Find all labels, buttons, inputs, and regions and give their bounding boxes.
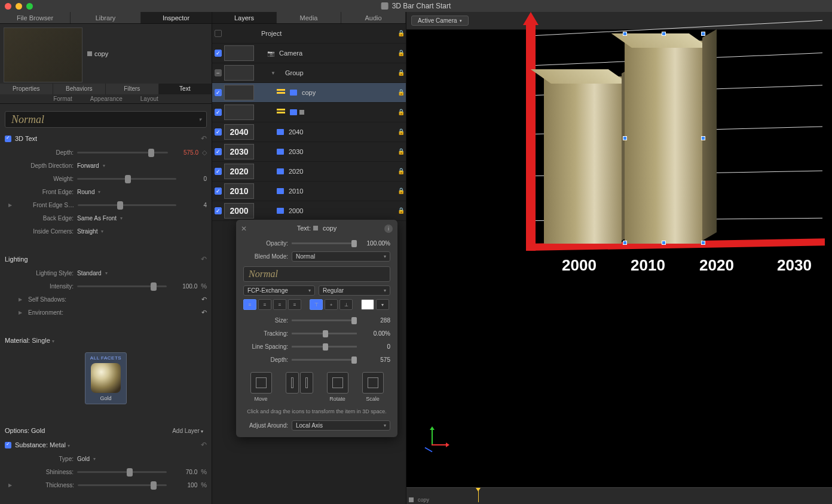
weight-value[interactable]: 0 (180, 176, 207, 182)
opacity-value[interactable]: 100.00% (360, 240, 390, 247)
axes-gizmo-icon[interactable] (418, 426, 448, 456)
reset-icon[interactable]: ↶ (201, 309, 207, 316)
3d-text-enable-checkbox[interactable] (5, 136, 11, 142)
chart-bar-2010[interactable] (625, 41, 702, 244)
reset-icon[interactable]: ↶ (201, 134, 207, 143)
layer-visibility-checkbox[interactable] (215, 50, 222, 57)
subtab-appearance[interactable]: Appearance (90, 94, 123, 103)
hud-popup[interactable]: ✕ i Text: copy Opacity:100.00% Blend Mod… (236, 220, 397, 437)
chevron-down-icon[interactable]: ▼ (271, 70, 276, 76)
layer-row-2040[interactable]: 20402040🔒 (212, 122, 406, 142)
size-value[interactable]: 288 (360, 317, 390, 324)
align-center-button[interactable]: ≡ (258, 299, 271, 310)
shininess-slider[interactable] (77, 471, 167, 473)
layer-row-Project[interactable]: Project🔒 (212, 24, 406, 44)
disclosure-icon[interactable]: ▶ (8, 202, 12, 208)
layer-row-Camera[interactable]: Camera🔒 (212, 44, 406, 63)
hud-depth-slider[interactable] (292, 359, 357, 361)
intensity-value[interactable]: 100.0 (170, 283, 197, 290)
info-icon[interactable]: i (384, 225, 393, 233)
text-color-swatch[interactable] (361, 299, 374, 310)
tab-audio[interactable]: Audio (341, 12, 406, 23)
layer-visibility-checkbox[interactable] (215, 89, 222, 96)
lock-icon[interactable]: 🔒 (397, 30, 403, 37)
thickness-value[interactable]: 100 (170, 482, 197, 488)
reset-icon[interactable]: ↶ (201, 296, 207, 303)
layer-row-4[interactable]: 🔒 (212, 103, 406, 122)
mini-timeline[interactable]: copy (406, 487, 832, 504)
active-camera-menu[interactable]: Active Camera (411, 16, 469, 26)
move-y-button[interactable] (300, 372, 313, 394)
font-preview-dropdown[interactable]: Normal (5, 111, 207, 128)
tab-filters[interactable]: Filters (106, 84, 159, 94)
reset-icon[interactable]: ↶ (201, 255, 207, 263)
layer-visibility-checkbox[interactable] (215, 128, 222, 136)
blend-mode-select[interactable]: Normal (292, 251, 390, 262)
material-swatch-button[interactable]: ALL FACETS Gold (85, 352, 127, 404)
layer-visibility-checkbox[interactable] (215, 69, 222, 76)
hud-depth-value[interactable]: 575 (360, 357, 390, 363)
tracking-value[interactable]: 0.00% (360, 330, 390, 337)
disclosure-icon[interactable]: ▶ (8, 483, 12, 488)
metal-type-select[interactable]: Gold (77, 456, 207, 462)
zoom-window-icon[interactable] (26, 3, 33, 10)
size-slider[interactable] (292, 319, 357, 321)
opacity-slider[interactable] (292, 242, 357, 244)
layer-row-2000[interactable]: 20002000🔒 (212, 201, 406, 221)
lock-icon[interactable]: 🔒 (397, 69, 403, 76)
valign-middle-button[interactable]: + (325, 299, 338, 310)
disclosure-icon[interactable]: ▶ (19, 310, 22, 315)
substance-enable-checkbox[interactable] (5, 442, 11, 448)
tab-library[interactable]: Library (71, 12, 141, 23)
close-window-icon[interactable] (5, 3, 11, 10)
lock-icon[interactable]: 🔒 (397, 109, 403, 116)
valign-bottom-button[interactable]: ⊥ (339, 299, 353, 310)
inside-corners-select[interactable]: Straight (77, 228, 207, 235)
layer-row-Group[interactable]: ▼Group🔒 (212, 63, 406, 83)
align-left-button[interactable]: ≡ (243, 299, 256, 310)
self-shadows-checkbox[interactable] (5, 296, 11, 303)
layer-visibility-checkbox[interactable] (215, 109, 222, 116)
lock-icon[interactable]: 🔒 (397, 128, 403, 136)
subtab-format[interactable]: Format (53, 94, 72, 103)
adjust-around-select[interactable]: Local Axis (292, 420, 390, 431)
layer-row-2020[interactable]: 20202020🔒 (212, 162, 406, 182)
font-style-select[interactable]: Regular (319, 285, 390, 296)
valign-top-button[interactable]: ⊤ (310, 299, 323, 310)
layer-visibility-checkbox[interactable] (215, 188, 222, 195)
tab-inspector[interactable]: Inspector (141, 12, 212, 23)
lock-icon[interactable]: 🔒 (397, 89, 403, 96)
minimize-window-icon[interactable] (16, 3, 22, 10)
thickness-slider[interactable] (78, 484, 167, 486)
move-x-button[interactable] (286, 372, 299, 394)
layer-visibility-checkbox[interactable] (215, 207, 222, 214)
tab-layers[interactable]: Layers (212, 12, 277, 23)
layer-visibility-checkbox[interactable] (215, 30, 222, 37)
subtab-layout[interactable]: Layout (140, 94, 158, 103)
rotate-3d-button[interactable] (327, 372, 348, 394)
front-edge-select[interactable]: Round (77, 189, 207, 195)
lock-icon[interactable]: 🔒 (397, 207, 403, 214)
tracking-slider[interactable] (292, 333, 357, 334)
layer-row-2030[interactable]: 20302030🔒 (212, 142, 406, 162)
layer-row-2010[interactable]: 20102010🔒 (212, 182, 406, 201)
lock-icon[interactable]: 🔒 (397, 188, 403, 195)
align-right-button[interactable]: ≡ (273, 299, 286, 310)
shininess-value[interactable]: 70.0 (170, 469, 197, 475)
tab-behaviors[interactable]: Behaviors (53, 84, 106, 94)
add-layer-button[interactable]: Add Layer (172, 428, 203, 434)
front-edge-size-value[interactable]: 4 (180, 202, 207, 208)
lighting-style-select[interactable]: Standard (77, 270, 207, 276)
intensity-slider[interactable] (77, 285, 167, 287)
front-edge-size-slider[interactable] (78, 204, 176, 206)
back-edge-select[interactable]: Same As Front (77, 215, 207, 222)
depth-direction-select[interactable]: Forward (77, 162, 207, 169)
viewport-canvas[interactable]: 2000201020202030 (406, 30, 832, 486)
move-3d-button[interactable] (250, 372, 272, 394)
tab-text[interactable]: Text (159, 84, 212, 94)
disclosure-icon[interactable]: ▶ (19, 297, 22, 302)
line-spacing-value[interactable]: 0 (360, 343, 390, 350)
scale-3d-button[interactable] (362, 372, 384, 394)
reset-icon[interactable]: ↶ (201, 441, 207, 449)
weight-slider[interactable] (77, 178, 176, 180)
